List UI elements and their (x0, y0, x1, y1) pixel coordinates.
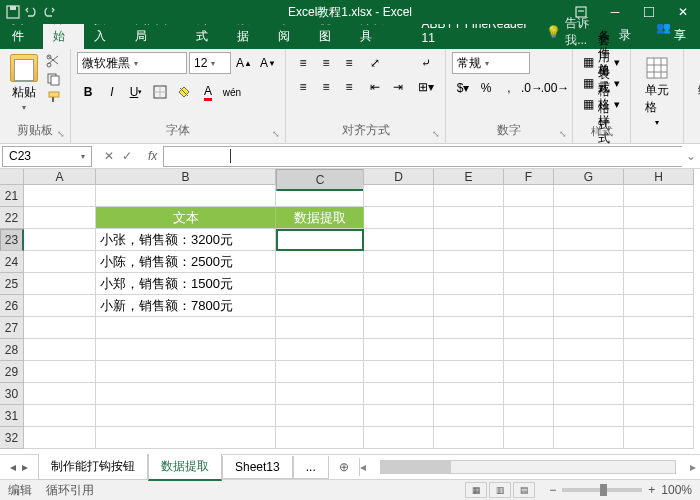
cell[interactable] (24, 229, 96, 251)
cell[interactable] (276, 229, 364, 251)
row-header[interactable]: 31 (0, 405, 24, 427)
tell-me[interactable]: 💡告诉我... (538, 15, 611, 49)
cell[interactable] (434, 229, 504, 251)
row-header[interactable]: 21 (0, 185, 24, 207)
zoom-level[interactable]: 100% (661, 483, 692, 497)
col-header[interactable]: D (364, 169, 434, 185)
cell[interactable] (364, 317, 434, 339)
cell[interactable] (554, 207, 624, 229)
new-sheet-icon[interactable]: ⊕ (329, 460, 359, 474)
dialog-launcher-icon[interactable]: ⤡ (431, 129, 441, 139)
cell[interactable] (364, 339, 434, 361)
cell[interactable] (624, 295, 694, 317)
cell[interactable] (434, 427, 504, 449)
cell[interactable] (276, 383, 364, 405)
cell[interactable] (624, 317, 694, 339)
number-format-select[interactable]: 常规▾ (452, 52, 530, 74)
merge-button[interactable]: ⊞▾ (413, 76, 439, 98)
zoom-out-icon[interactable]: − (549, 483, 556, 497)
cell[interactable] (96, 361, 276, 383)
col-header[interactable]: F (504, 169, 554, 185)
decrease-indent-icon[interactable]: ⇤ (364, 76, 386, 98)
cell[interactable] (24, 405, 96, 427)
cell[interactable] (554, 251, 624, 273)
worksheet-grid[interactable]: ABCDEFGH2122文本数据提取23小张，销售额：3200元24小陈，销售额… (0, 169, 700, 454)
cell[interactable] (24, 273, 96, 295)
cell[interactable] (624, 427, 694, 449)
percent-icon[interactable]: % (475, 77, 497, 99)
cell[interactable] (24, 317, 96, 339)
cell[interactable] (276, 251, 364, 273)
phonetic-button[interactable]: wén (221, 81, 243, 103)
scroll-left-icon[interactable]: ◂ (360, 460, 366, 474)
cell[interactable] (624, 405, 694, 427)
cell[interactable] (504, 229, 554, 251)
cell[interactable] (364, 251, 434, 273)
fx-icon[interactable]: fx (142, 149, 163, 163)
decrease-font-icon[interactable]: A▼ (257, 52, 279, 74)
zoom-in-icon[interactable]: + (648, 483, 655, 497)
cell[interactable]: 数据提取 (276, 207, 364, 229)
cell[interactable] (554, 185, 624, 207)
align-right-icon[interactable]: ≡ (338, 76, 360, 98)
edit-button[interactable]: 编辑 ▾ (690, 52, 700, 114)
cell[interactable] (24, 361, 96, 383)
cell[interactable] (554, 361, 624, 383)
cell[interactable] (364, 185, 434, 207)
align-center-icon[interactable]: ≡ (315, 76, 337, 98)
cell[interactable] (434, 295, 504, 317)
paste-button[interactable]: 粘贴 ▾ (6, 52, 42, 114)
cell[interactable] (364, 361, 434, 383)
cell[interactable] (24, 207, 96, 229)
cell[interactable] (276, 295, 364, 317)
cell[interactable] (504, 317, 554, 339)
select-all-corner[interactable] (0, 169, 24, 185)
cell[interactable] (276, 405, 364, 427)
formula-input[interactable] (163, 146, 682, 167)
cell[interactable] (504, 361, 554, 383)
cell[interactable] (504, 383, 554, 405)
view-layout-icon[interactable]: ▥ (489, 482, 511, 498)
cell[interactable] (504, 339, 554, 361)
col-header[interactable]: B (96, 169, 276, 185)
cell[interactable] (504, 405, 554, 427)
cell[interactable] (554, 229, 624, 251)
cell[interactable] (434, 383, 504, 405)
cells-button[interactable]: 单元格 ▾ (637, 52, 677, 131)
sheet-nav-prev-icon[interactable]: ◂ (10, 460, 16, 474)
cell[interactable] (504, 185, 554, 207)
cell[interactable] (96, 427, 276, 449)
orientation-icon[interactable]: ⤢ (364, 52, 386, 74)
cell[interactable] (554, 339, 624, 361)
bold-button[interactable]: B (77, 81, 99, 103)
cell[interactable]: 小郑，销售额：1500元 (96, 273, 276, 295)
cell[interactable] (624, 361, 694, 383)
decrease-decimal-icon[interactable]: .00→ (544, 77, 566, 99)
cell[interactable] (434, 339, 504, 361)
row-header[interactable]: 22 (0, 207, 24, 229)
align-bottom-icon[interactable]: ≡ (338, 52, 360, 74)
cell[interactable] (434, 207, 504, 229)
cell[interactable] (434, 273, 504, 295)
cell[interactable] (364, 427, 434, 449)
align-left-icon[interactable]: ≡ (292, 76, 314, 98)
cell[interactable] (364, 273, 434, 295)
font-name-select[interactable]: 微软雅黑▾ (77, 52, 187, 74)
cell[interactable] (504, 427, 554, 449)
cell[interactable] (554, 295, 624, 317)
cell[interactable] (624, 383, 694, 405)
sheet-tab-3[interactable]: Sheet13 (222, 456, 293, 479)
cell[interactable] (96, 185, 276, 207)
cell[interactable] (276, 185, 364, 207)
cell[interactable] (364, 295, 434, 317)
cell[interactable] (624, 273, 694, 295)
cell[interactable] (554, 427, 624, 449)
cell[interactable] (276, 317, 364, 339)
cell[interactable] (276, 273, 364, 295)
font-size-select[interactable]: 12▾ (189, 52, 231, 74)
cell[interactable] (276, 339, 364, 361)
row-header[interactable]: 28 (0, 339, 24, 361)
align-top-icon[interactable]: ≡ (292, 52, 314, 74)
cell[interactable] (434, 185, 504, 207)
cell[interactable]: 文本 (96, 207, 276, 229)
